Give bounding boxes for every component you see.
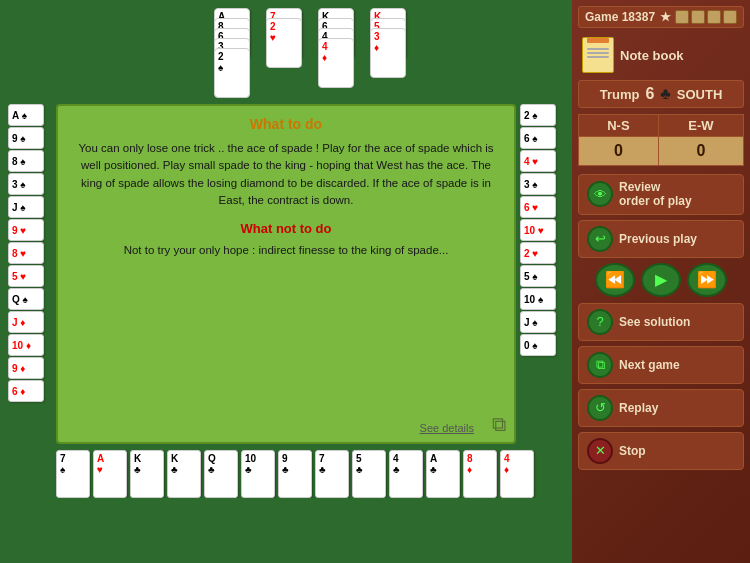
- right-card: 6 ♠: [520, 127, 556, 149]
- bottom-card: A♥: [93, 450, 127, 498]
- ns-header: N-S: [579, 115, 659, 137]
- right-column: 2 ♠ 6 ♠ 4 ♥ 3 ♠ 6 ♥ 10 ♥ 2 ♥ 5 ♠ 10 ♠ J …: [520, 104, 564, 444]
- what-not-title: What not to do: [72, 221, 500, 236]
- left-card: 8 ♠: [8, 150, 44, 172]
- left-card: 9 ♦: [8, 357, 44, 379]
- trump-suit-icon: ♣: [660, 85, 671, 103]
- question-icon: ?: [587, 309, 613, 335]
- top-cards-row: A♠ 8♠ 6♠ 3♠ 2♠ 7♥ 2♥ K♠ 6♠ 4♠ 4♦ K♦ 5♦ 3…: [8, 8, 564, 98]
- left-card: 8 ♥: [8, 242, 44, 264]
- direction-label: SOUTH: [677, 87, 723, 102]
- right-card: 10 ♥: [520, 219, 556, 241]
- previous-label: Previous play: [619, 232, 697, 246]
- left-card: A ♠: [8, 104, 44, 126]
- card-stack-2: 7♥ 2♥: [266, 8, 302, 98]
- notebook-icon: [582, 37, 614, 73]
- left-card: J ♠: [8, 196, 44, 218]
- card-stack-4: K♦ 5♦ 3♦: [370, 8, 406, 98]
- difficulty-boxes: [675, 10, 737, 24]
- ew-score: 0: [658, 137, 743, 166]
- replay-label: Replay: [619, 401, 658, 415]
- card: 2♠: [214, 48, 250, 98]
- right-card: 4 ♥: [520, 150, 556, 172]
- see-details-link[interactable]: See details: [420, 422, 474, 434]
- bottom-card: 4♦: [500, 450, 534, 498]
- game-area: A♠ 8♠ 6♠ 3♠ 2♠ 7♥ 2♥ K♠ 6♠ 4♠ 4♦ K♦ 5♦ 3…: [0, 0, 572, 563]
- review-button[interactable]: 👁 Revieworder of play: [578, 174, 744, 215]
- what-todo-title: What to do: [72, 116, 500, 132]
- replay-button[interactable]: ↺ Replay: [578, 389, 744, 427]
- notebook-label: Note book: [620, 48, 684, 63]
- right-card: 2 ♥: [520, 242, 556, 264]
- fast-forward-button[interactable]: ⏩: [687, 263, 727, 297]
- stop-label: Stop: [619, 444, 646, 458]
- score-table: N-S E-W 0 0: [578, 114, 744, 166]
- bottom-cards-row: 7♠ A♥ K♣ K♣ Q♣ 10♣ 9♣ 7♣ 5♣ 4♣ A♣ 8♦ 4♦: [8, 450, 564, 498]
- stop-icon: ✕: [587, 438, 613, 464]
- review-label: Revieworder of play: [619, 180, 692, 209]
- trump-area: Trump 6 ♣ SOUTH: [578, 80, 744, 108]
- copy-icon[interactable]: ⧉: [492, 413, 506, 436]
- diff-box-3: [707, 10, 721, 24]
- replay-icon: ↺: [587, 395, 613, 421]
- diff-box-1: [675, 10, 689, 24]
- card: 4♦: [318, 38, 354, 88]
- left-card: Q ♠: [8, 288, 44, 310]
- left-column: A ♠ 9 ♠ 8 ♠ 3 ♠ J ♠ 9 ♥ 8 ♥ 5 ♥ Q ♠ J ♦ …: [8, 104, 52, 444]
- eye-icon: 👁: [587, 181, 613, 207]
- transport-row: ⏪ ▶ ⏩: [595, 263, 727, 297]
- stop-button[interactable]: ✕ Stop: [578, 432, 744, 470]
- notebook-line: [587, 52, 609, 54]
- card-stack-1: A♠ 8♠ 6♠ 3♠ 2♠: [214, 8, 250, 98]
- card: 2♥: [266, 18, 302, 68]
- play-button[interactable]: ▶: [641, 263, 681, 297]
- info-panel: What to do You can only lose one trick .…: [56, 104, 516, 444]
- solution-label: See solution: [619, 315, 690, 329]
- right-card: 0 ♠: [520, 334, 556, 356]
- game-number-label: Game 18387: [585, 10, 655, 24]
- sidebar: Game 18387 ★ Note book Trump 6 ♣ SOUTH N…: [572, 0, 750, 563]
- bottom-card: 7♠: [56, 450, 90, 498]
- bottom-card: 4♣: [389, 450, 423, 498]
- what-todo-text: You can only lose one trick .. the ace o…: [72, 140, 500, 209]
- left-card: 3 ♠: [8, 173, 44, 195]
- bottom-card: Q♣: [204, 450, 238, 498]
- bottom-card: A♣: [426, 450, 460, 498]
- bottom-card: K♣: [167, 450, 201, 498]
- bottom-card: 5♣: [352, 450, 386, 498]
- next-game-label: Next game: [619, 358, 680, 372]
- left-card: J ♦: [8, 311, 44, 333]
- bottom-card: 9♣: [278, 450, 312, 498]
- right-card: 2 ♠: [520, 104, 556, 126]
- right-card: 3 ♠: [520, 173, 556, 195]
- rewind-button[interactable]: ⏪: [595, 263, 635, 297]
- trump-label: Trump: [600, 87, 640, 102]
- left-card: 6 ♦: [8, 380, 44, 402]
- notebook-line: [587, 56, 609, 58]
- bottom-card: 10♣: [241, 450, 275, 498]
- bottom-card: 7♣: [315, 450, 349, 498]
- see-solution-button[interactable]: ? See solution: [578, 303, 744, 341]
- ns-score: 0: [579, 137, 659, 166]
- middle-section: A ♠ 9 ♠ 8 ♠ 3 ♠ J ♠ 9 ♥ 8 ♥ 5 ♥ Q ♠ J ♦ …: [8, 104, 564, 444]
- card-stack-3: K♠ 6♠ 4♠ 4♦: [318, 8, 354, 98]
- notebook-line: [587, 48, 609, 50]
- diff-box-2: [691, 10, 705, 24]
- next-game-icon: ⧉: [587, 352, 613, 378]
- right-card: 6 ♥: [520, 196, 556, 218]
- right-card: 10 ♠: [520, 288, 556, 310]
- left-card: 5 ♥: [8, 265, 44, 287]
- next-game-button[interactable]: ⧉ Next game: [578, 346, 744, 384]
- card: 3♦: [370, 28, 406, 78]
- left-card: 9 ♥: [8, 219, 44, 241]
- right-card: J ♠: [520, 311, 556, 333]
- diff-box-4: [723, 10, 737, 24]
- bottom-card: 8♦: [463, 450, 497, 498]
- previous-play-button[interactable]: ↩ Previous play: [578, 220, 744, 258]
- what-not-text: Not to try your only hope : indirect fin…: [72, 242, 500, 259]
- trump-num: 6: [645, 85, 654, 103]
- bottom-card: K♣: [130, 450, 164, 498]
- left-card: 9 ♠: [8, 127, 44, 149]
- right-card: 5 ♠: [520, 265, 556, 287]
- ew-header: E-W: [658, 115, 743, 137]
